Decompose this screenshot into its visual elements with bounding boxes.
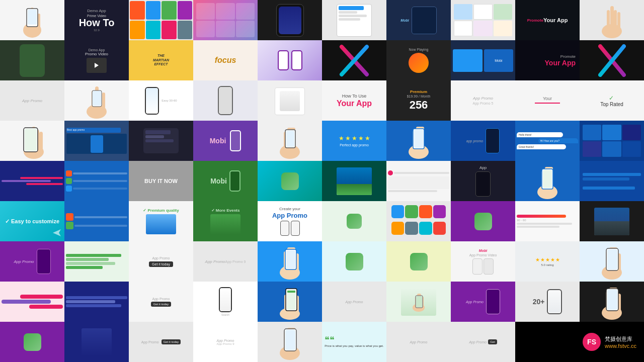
premium-label: Premium xyxy=(410,89,427,94)
cell-dark-blue-app: app promo xyxy=(451,121,515,161)
cell-light-r8: App Promo xyxy=(322,282,386,322)
cell-yellow-book: THEMARTIANEFFECT xyxy=(129,40,193,80)
cell-r9-4 xyxy=(258,322,322,362)
premium-quality-label: ✓ Premium quality xyxy=(143,208,179,213)
cell-landscape-photo xyxy=(322,161,386,201)
cell-blue-app-ui: Best app promo xyxy=(64,121,129,161)
cell-app-promo-r7: App Promo App Promo 9 xyxy=(193,241,258,282)
your-app-label: Your App xyxy=(545,59,576,67)
cell-green-hand-r8 xyxy=(386,282,451,322)
svg-rect-58 xyxy=(607,249,617,269)
app-promo-r9-3: App Promo xyxy=(216,339,234,342)
cell-r5-blue-list xyxy=(64,161,129,201)
green-icon-purple-end xyxy=(24,333,41,351)
svg-rect-22 xyxy=(102,93,105,109)
app-promo-r8: App Promo xyxy=(152,297,170,301)
svg-rect-71 xyxy=(416,296,422,307)
app-promo-dark-blue: app promo xyxy=(466,139,483,143)
cell-light-phone-hand xyxy=(258,121,322,161)
more-events-label: ✓ More Events xyxy=(211,208,240,213)
how-to-use-label: How To Use xyxy=(342,94,366,99)
cell-x-logo-2 xyxy=(580,40,644,80)
cell-app-preview-r8: App Promo Get it today xyxy=(129,282,193,322)
cell-x-logo xyxy=(322,40,386,80)
get-it-today-btn[interactable]: Get it today xyxy=(149,261,173,267)
cell-promote-your-app: Promote Your App xyxy=(515,40,580,80)
fitness-label: 30 - 60 xyxy=(517,219,578,222)
cell-yellow-light xyxy=(386,241,451,282)
cell-buy-it-now: BUY IT NOW xyxy=(129,161,193,201)
search-label: Search xyxy=(221,313,229,316)
cell-r9-7: App Promo Get xyxy=(451,322,515,362)
cell-blue-app-grid xyxy=(580,121,644,161)
app-promo-r9-3-sub: App Promo 9 xyxy=(216,342,234,345)
svg-rect-31 xyxy=(25,129,37,151)
cell-dark-blue-chat xyxy=(0,161,64,201)
app-promo-v2-label: App Promo xyxy=(473,96,493,101)
cell-white-phone-r8: Search xyxy=(193,282,258,322)
brand-name: 梵摄创意库 xyxy=(605,335,636,343)
cell-dark-card xyxy=(129,121,193,161)
demo-sub: 32.9 xyxy=(94,29,100,32)
cell-colorful-app xyxy=(193,0,258,40)
create-big-label: App Promo xyxy=(272,212,307,219)
cell-light-blue xyxy=(580,241,644,282)
cell-r2-dark-green xyxy=(0,40,64,80)
svg-rect-46 xyxy=(543,170,552,188)
svg-rect-9 xyxy=(607,10,610,29)
buy-it-now-text: BUY IT NOW xyxy=(144,178,178,184)
app-promo-r9-6: App Promo xyxy=(410,340,427,344)
app-promo-r8-mid: App Promo xyxy=(345,300,363,304)
quote-mark: ❝❝ xyxy=(325,335,383,344)
watermark-bar: FS 梵摄创意库 www.fstvc.cc xyxy=(515,322,644,362)
promo-video-label: Promo Video xyxy=(85,52,108,56)
cell-green-mobi: Mobi xyxy=(193,161,258,201)
cell-light-r8-mid: 20+ xyxy=(515,282,580,322)
cell-blue-chat: Hello there! Hi! How are you? Great than… xyxy=(515,121,580,161)
how-to-heading: How To xyxy=(79,18,115,28)
cell-blue-phone-hand xyxy=(386,121,451,161)
cell-teal-r5 xyxy=(258,161,322,201)
premium-price: $19.99 / Month xyxy=(407,95,431,98)
top-rated-checkmark: ✓ xyxy=(609,95,614,102)
cell-teal-starred: ★ ★ ★ ★ ★ Perfect app promo xyxy=(322,121,386,161)
cell-mobi-promo: Mobi App Promo Video xyxy=(451,241,515,282)
your-app-text: Your App xyxy=(337,99,372,108)
cell-app-promo-v2: App Promo App Promo 5 xyxy=(451,80,515,121)
cell-purple-app xyxy=(258,40,322,80)
svg-rect-8 xyxy=(610,6,614,28)
cell-focus: focus xyxy=(193,40,258,80)
app-promo-purple: App Promo xyxy=(14,259,34,264)
cell-dark-app-r5: App xyxy=(451,161,515,201)
svg-rect-65 xyxy=(287,291,295,293)
cell-grey-phone xyxy=(193,80,258,121)
watermark-url: www.fstvc.cc xyxy=(605,343,636,349)
top-rated-label: Top Rated xyxy=(600,102,623,107)
cell-app-preview-r7: App Promo Get it today xyxy=(129,241,193,282)
cell-more-events: ✓ More Events xyxy=(193,201,258,241)
green-app-icon-r6 xyxy=(347,214,362,229)
mobi-green-text: Mobi xyxy=(210,177,227,185)
r9-get-it-btn[interactable]: Get it today xyxy=(162,339,181,344)
cell-r1-hand xyxy=(0,0,64,40)
svg-rect-24 xyxy=(93,91,101,106)
cell-purple-mobi: Mobi xyxy=(193,121,258,161)
cell-r7-green-list xyxy=(64,241,129,282)
svg-rect-52 xyxy=(286,250,295,268)
cell-dark-landscape xyxy=(580,201,644,241)
cell-how-to-use: How To Use Your App xyxy=(322,80,386,121)
perfect-rating-label: Perfect app promo xyxy=(340,143,369,147)
app-promo-v2-sub: App Promo 5 xyxy=(473,102,494,105)
r9-app-label: App Promo xyxy=(141,340,159,344)
cell-light-teal xyxy=(322,241,386,282)
cell-blue-app-r5 xyxy=(515,161,580,201)
cell-white-preview xyxy=(322,0,386,40)
demo-app-label: Demo App xyxy=(87,9,106,13)
get-r9-btn[interactable]: Get xyxy=(488,339,497,344)
get-it-r8-btn[interactable]: Get it today xyxy=(151,302,172,307)
cell-light-grey: ★ ★ ★ ★ ★ 5.0 rating xyxy=(515,241,580,282)
main-grid: Demo App Prime Video How To 32.9 xyxy=(0,0,644,362)
svg-rect-29 xyxy=(39,132,43,150)
get-it-small: App Promo xyxy=(152,256,170,260)
cell-blue-dashboard: Mobi xyxy=(386,0,451,40)
